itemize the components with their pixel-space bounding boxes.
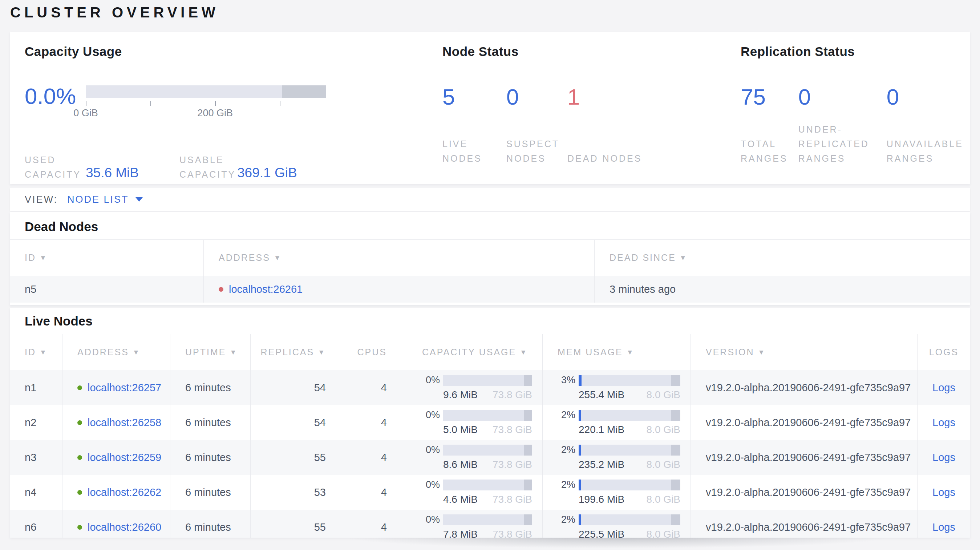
dead-nodes-card: Dead Nodes ID▼ADDRESS▼DEAD SINCE▼ n5loca… [10, 212, 970, 305]
live-header-id[interactable]: ID▼ [10, 334, 62, 370]
usage-bar [579, 445, 680, 456]
usage-percent: 2% [553, 514, 575, 525]
column-label: UPTIME [185, 347, 226, 358]
usage-bar-reserved-segment [671, 375, 680, 386]
live-header-replicas[interactable]: REPLICAS▼ [250, 334, 341, 370]
capacity-bar: 0 GiB200 GiB [86, 80, 326, 134]
live-header-address[interactable]: ADDRESS▼ [62, 334, 170, 370]
live-header-uptime[interactable]: UPTIME▼ [170, 334, 250, 370]
usage-bar-reserved-segment [524, 445, 532, 456]
cell-id: n6 [10, 510, 62, 538]
dead-header-address[interactable]: ADDRESS▼ [204, 240, 594, 276]
node-address-link[interactable]: localhost:26258 [88, 416, 161, 429]
cell-logs: Logs [917, 370, 970, 405]
usage-used-value: 8.6 MiB [443, 459, 478, 471]
column-label: ADDRESS [77, 347, 129, 358]
logs-link[interactable]: Logs [932, 521, 955, 533]
usage-max-value: 8.0 GiB [647, 494, 680, 505]
usage-bar [579, 410, 680, 421]
logs-link[interactable]: Logs [932, 451, 955, 464]
live-node-row-n6: n6localhost:262606 minutes5540%7.8 MiB73… [10, 510, 970, 538]
usable-capacity-stat: USABLE CAPACITY 369.1 GiB [180, 153, 297, 182]
chevron-down-icon [135, 197, 143, 202]
cell-version: v19.2.0-alpha.20190606-2491-gfe735c9a97 [690, 475, 917, 510]
capacity-axis-tick [86, 101, 86, 106]
usage-percent: 2% [553, 444, 575, 456]
live-nodes-label: LIVE NODES [442, 137, 506, 166]
cell-mem: 3%255.4 MiB8.0 GiB [542, 370, 690, 405]
cell-capacity: 0%7.8 MiB73.8 GiB [407, 510, 542, 538]
usage-max-value: 73.8 GiB [493, 494, 532, 505]
usage-max-value: 73.8 GiB [493, 459, 532, 471]
card-drop-shadow [276, 538, 959, 550]
sort-descending-icon: ▼ [758, 348, 766, 356]
usage-used-value: 9.6 MiB [443, 389, 478, 401]
live-header-mem[interactable]: MEM USAGE▼ [542, 334, 690, 370]
view-selector-dropdown[interactable]: NODE LIST [67, 194, 143, 205]
usage-bar-fill [579, 375, 582, 386]
live-header-version[interactable]: VERSION▼ [690, 334, 917, 370]
usage-bar-reserved-segment [524, 514, 532, 525]
usage-bar-reserved-segment [671, 445, 680, 456]
cell-uptime: 6 minutes [170, 370, 250, 405]
live-status-dot-icon [77, 385, 82, 390]
usage-percent: 0% [417, 514, 440, 525]
view-label: VIEW: [25, 194, 58, 205]
dead-nodes-section-title: Dead Nodes [25, 219, 970, 234]
logs-link[interactable]: Logs [932, 486, 955, 498]
capacity-usage-section: Capacity Usage 0.0% 0 GiB200 GiB USED CA… [25, 45, 442, 184]
cell-capacity: 0%9.6 MiB73.8 GiB [407, 370, 542, 405]
summary-card: Capacity Usage 0.0% 0 GiB200 GiB USED CA… [10, 32, 970, 184]
under-replicated-ranges-stat: 0 UNDER-REPLICATED RANGES [799, 80, 887, 166]
node-address-link[interactable]: localhost:26259 [88, 451, 161, 464]
dead-table-header: ID▼ADDRESS▼DEAD SINCE▼ [10, 239, 970, 276]
usage-bar [443, 480, 532, 490]
usage-used-value: 5.0 MiB [443, 424, 478, 436]
usage-max-value: 73.8 GiB [493, 389, 532, 401]
live-header-logs: LOGS [917, 334, 970, 370]
usage-used-value: 199.6 MiB [579, 494, 624, 505]
total-ranges-stat: 75 TOTAL RANGES [741, 80, 799, 166]
usage-bar [443, 410, 532, 421]
cell-replicas: 53 [250, 475, 341, 510]
dead-nodes-label: DEAD NODES [567, 151, 642, 166]
node-address-link[interactable]: localhost:26262 [88, 486, 161, 498]
cell-address: localhost:26258 [62, 405, 170, 440]
column-label: DEAD SINCE [609, 253, 676, 263]
view-bar: VIEW: NODE LIST [10, 188, 970, 211]
suspect-nodes-stat: 0 SUSPECT NODES [506, 80, 567, 166]
sort-descending-icon: ▼ [679, 254, 687, 262]
live-node-row-n1: n1localhost:262576 minutes5440%9.6 MiB73… [10, 370, 970, 405]
live-table-body: n1localhost:262576 minutes5440%9.6 MiB73… [10, 370, 970, 538]
usage-percent: 0% [417, 444, 440, 456]
cell-address: localhost:26257 [62, 370, 170, 405]
node-address-link[interactable]: localhost:26260 [88, 521, 161, 533]
node-address-link[interactable]: localhost:26261 [229, 283, 302, 295]
capacity-ticks [86, 100, 326, 106]
unavailable-ranges-count: 0 [887, 80, 970, 108]
cell-id: n1 [10, 370, 62, 405]
live-node-row-n2: n2localhost:262586 minutes5440%5.0 MiB73… [10, 405, 970, 440]
cell-address: localhost:26261 [204, 276, 594, 303]
suspect-nodes-label: SUSPECT NODES [506, 137, 567, 166]
dead-header-dead_since[interactable]: DEAD SINCE▼ [594, 240, 970, 276]
node-address-link[interactable]: localhost:26257 [88, 382, 161, 394]
dead-node-row-n5: n5localhost:262613 minutes ago [10, 276, 970, 303]
usage-bar-reserved-segment [671, 514, 680, 525]
cell-replicas: 55 [250, 440, 341, 475]
live-header-capacity[interactable]: CAPACITY USAGE▼ [407, 334, 542, 370]
usage-used-value: 255.4 MiB [579, 389, 624, 401]
replication-status-section: Replication Status 75 TOTAL RANGES 0 UND… [741, 45, 970, 184]
logs-link[interactable]: Logs [932, 416, 955, 429]
column-label: ADDRESS [219, 253, 270, 263]
usage-percent: 2% [553, 409, 575, 421]
used-capacity-stat: USED CAPACITY 35.6 MiB [25, 153, 139, 182]
logs-link[interactable]: Logs [932, 382, 955, 394]
usable-capacity-label: USABLE CAPACITY [180, 153, 237, 182]
usage-used-value: 7.8 MiB [443, 529, 478, 538]
dead-header-id[interactable]: ID▼ [10, 240, 204, 276]
cell-logs: Logs [917, 475, 970, 510]
capacity-axis-tick-label: 200 GiB [197, 108, 233, 119]
sort-descending-icon: ▼ [520, 348, 528, 356]
replication-status-title: Replication Status [741, 45, 970, 59]
